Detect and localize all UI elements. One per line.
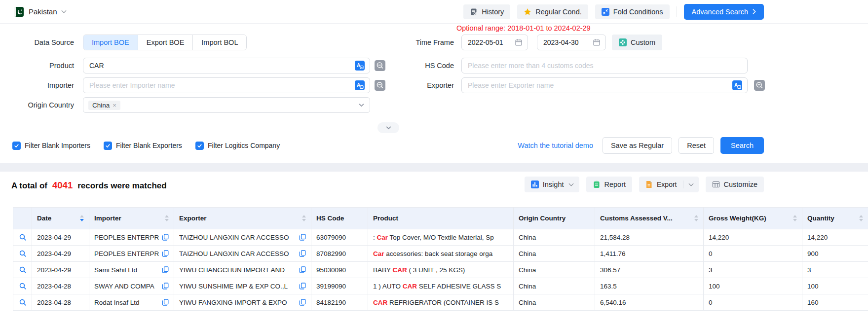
chevron-down-icon xyxy=(385,125,392,131)
cell-origin: China xyxy=(514,229,595,246)
table-row: 2023-04-28 SWAY AND COMPA YIWU SUNSHIME … xyxy=(13,278,868,294)
report-button[interactable]: Report xyxy=(586,177,633,192)
product-value[interactable] xyxy=(88,61,355,70)
insight-button[interactable]: Insight xyxy=(525,177,579,192)
sort-control[interactable] xyxy=(80,215,84,221)
start-date-input[interactable] xyxy=(461,35,528,50)
sort-control[interactable] xyxy=(859,215,863,221)
exporter-input[interactable] xyxy=(461,77,748,93)
column-product: Product xyxy=(368,208,514,229)
cell-importer: SWAY AND COMPA xyxy=(89,278,174,294)
copy-icon[interactable] xyxy=(162,299,169,306)
start-date-value[interactable] xyxy=(467,38,515,47)
chevron-down-icon xyxy=(61,8,66,13)
save-as-regular-button[interactable]: Save as Regular xyxy=(603,137,672,154)
chevron-down-icon[interactable] xyxy=(358,102,365,108)
sort-control[interactable] xyxy=(793,215,797,221)
sort-control[interactable] xyxy=(302,215,306,221)
copy-icon[interactable] xyxy=(299,266,306,273)
calendar-icon[interactable] xyxy=(593,38,601,46)
history-button[interactable]: History xyxy=(463,4,510,19)
table-row: 2023-04-28 Rodat Insaf Ltd YIWU FANGXING… xyxy=(13,294,868,311)
copy-icon[interactable] xyxy=(299,283,306,289)
export-more-button[interactable] xyxy=(683,177,699,192)
country-name: Pakistan xyxy=(29,7,57,16)
exporter-value[interactable] xyxy=(467,81,732,90)
cell-importer: Rodat Insaf Ltd xyxy=(89,294,174,311)
regular-cond-button[interactable]: Regular Cond. xyxy=(517,4,588,19)
filter-blank-exporters[interactable]: Filter Blank Exporters xyxy=(104,142,182,150)
copy-icon[interactable] xyxy=(162,283,169,289)
translate-icon[interactable] xyxy=(355,61,365,71)
importer-value[interactable] xyxy=(88,81,355,90)
product-input[interactable] xyxy=(83,58,370,73)
cell-importer: Sami Sahil Ltd xyxy=(89,262,174,278)
country-selector[interactable]: Pakistan xyxy=(14,7,66,17)
advanced-search-button[interactable]: Advanced Search xyxy=(684,4,764,20)
cell-origin: China xyxy=(514,246,595,262)
filter-logistics-company[interactable]: Filter Logitics Company xyxy=(195,142,280,150)
search-button[interactable]: Search xyxy=(720,137,764,154)
chevron-down-icon xyxy=(568,181,573,186)
optional-range-text: Optional range: 2018-01-01 to 2024-02-29 xyxy=(456,24,591,32)
cell-hs-code: 39199090 xyxy=(311,278,368,294)
end-date-value[interactable] xyxy=(542,38,593,47)
view-detail-icon[interactable] xyxy=(18,233,27,241)
cell-quantity: 900 xyxy=(802,246,868,262)
translate-icon[interactable] xyxy=(732,80,742,90)
tab-export-boe[interactable]: Export BOE xyxy=(138,35,193,50)
exclude-search-icon[interactable] xyxy=(754,80,765,91)
copy-icon[interactable] xyxy=(299,234,306,241)
collapse-conditions-toggle[interactable] xyxy=(377,122,399,133)
divider xyxy=(677,6,677,17)
copy-icon[interactable] xyxy=(299,299,306,306)
fold-conditions-button[interactable]: Fold Conditions xyxy=(595,4,670,19)
customize-icon xyxy=(712,180,720,188)
hs-code-value[interactable] xyxy=(467,61,742,70)
copy-icon[interactable] xyxy=(162,234,169,241)
star-icon xyxy=(524,8,531,16)
cell-gross-weight: 0 xyxy=(704,294,802,311)
calendar-icon[interactable] xyxy=(515,38,523,46)
arrow-right-icon xyxy=(753,9,756,14)
remove-tag-icon[interactable]: × xyxy=(113,102,116,109)
customize-button[interactable]: Customize xyxy=(706,177,764,192)
view-detail-icon[interactable] xyxy=(18,298,27,306)
cell-customs-value: 21,584.28 xyxy=(595,229,704,246)
column-quantity: Quantity xyxy=(802,208,868,229)
translate-icon[interactable] xyxy=(355,80,365,90)
origin-country-select[interactable]: China × xyxy=(83,97,370,113)
hs-code-input[interactable] xyxy=(461,58,748,73)
cell-gross-weight: 100 xyxy=(704,278,802,294)
cell-date: 2023-04-28 xyxy=(32,278,89,294)
insight-icon xyxy=(531,180,539,188)
view-detail-icon[interactable] xyxy=(18,250,27,257)
tab-import-boe[interactable]: Import BOE xyxy=(83,35,138,50)
search-panel: Data Source Import BOE Export BOE Import… xyxy=(0,24,868,163)
origin-country-label: Origin Country xyxy=(0,97,74,113)
reset-button[interactable]: Reset xyxy=(679,137,714,154)
checkbox-checked-icon[interactable] xyxy=(104,142,112,150)
copy-icon[interactable] xyxy=(162,266,169,273)
checkbox-checked-icon[interactable] xyxy=(195,142,204,150)
hs-code-label: HS Code xyxy=(380,58,454,73)
column-origin-country: Origin Country xyxy=(514,208,595,229)
chevron-down-icon xyxy=(688,181,693,186)
importer-input[interactable] xyxy=(83,77,370,93)
copy-icon[interactable] xyxy=(162,250,169,257)
export-button[interactable]: Export xyxy=(639,180,682,188)
view-detail-icon[interactable] xyxy=(18,282,27,290)
view-detail-icon[interactable] xyxy=(18,266,27,274)
sort-control[interactable] xyxy=(165,215,169,221)
cell-date: 2023-04-28 xyxy=(32,294,89,311)
table-row: 2023-04-29 PEOPLES ENTERPR TAIZHOU LANGX… xyxy=(13,229,868,246)
copy-icon[interactable] xyxy=(299,250,306,257)
custom-range-button[interactable]: Custom xyxy=(612,35,662,50)
tutorial-demo-link[interactable]: Watch the tutorial demo xyxy=(518,142,593,149)
filter-blank-importers[interactable]: Filter Blank Importers xyxy=(12,142,90,150)
tab-import-bol[interactable]: Import BOL xyxy=(192,35,246,50)
end-date-input[interactable] xyxy=(537,35,606,50)
custom-icon xyxy=(619,38,627,46)
sort-control[interactable] xyxy=(694,215,698,221)
checkbox-checked-icon[interactable] xyxy=(12,142,21,150)
